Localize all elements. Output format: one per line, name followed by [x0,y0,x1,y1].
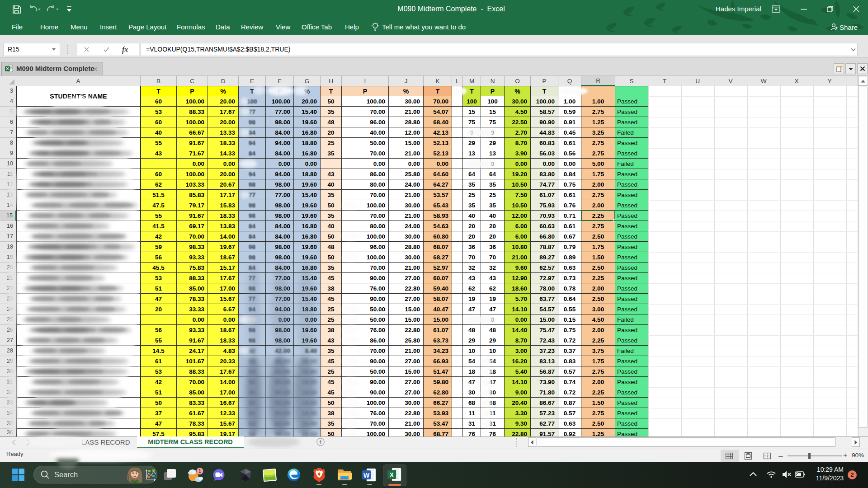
svg-text:fx: fx [122,46,128,54]
svg-text:X: X [390,471,394,479]
svg-text:W: W [363,472,370,479]
svg-text:X: X [6,66,9,71]
svg-text:1: 1 [198,468,201,474]
